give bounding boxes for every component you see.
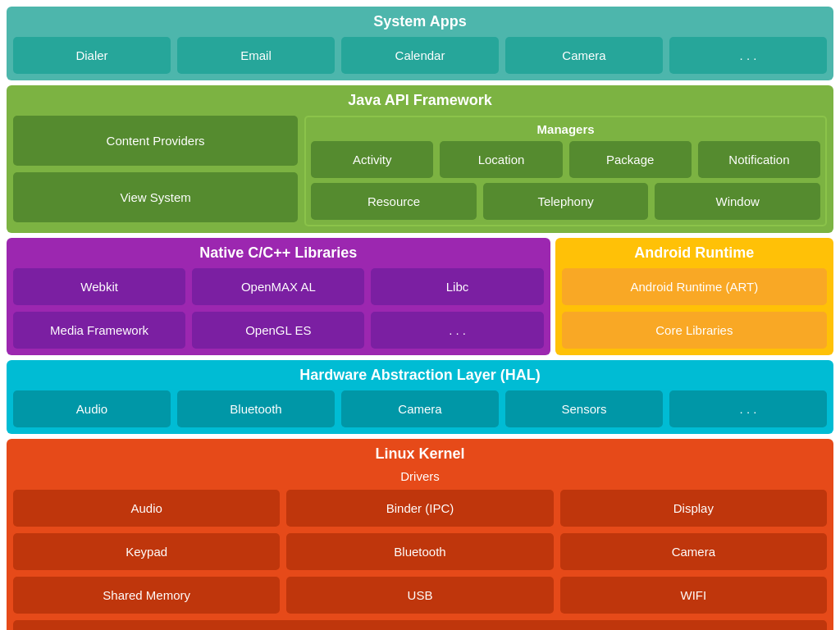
item-hal-bluetooth: Bluetooth <box>177 390 335 427</box>
item-location: Location <box>440 141 562 178</box>
managers-title: Managers <box>311 122 820 136</box>
item-dialer: Dialer <box>13 37 171 74</box>
native-title: Native C/C++ Libraries <box>13 244 544 262</box>
item-hal-audio: Audio <box>13 390 171 427</box>
item-window: Window <box>655 183 820 220</box>
item-art: Android Runtime (ART) <box>562 268 827 305</box>
item-openmax: OpenMAX AL <box>192 268 364 305</box>
java-api-title: Java API Framework <box>13 92 827 109</box>
layer-linux: Linux Kernel Drivers Audio Binder (IPC) … <box>7 439 833 630</box>
native-row1: Webkit OpenMAX AL Libc <box>13 268 544 305</box>
hal-items: Audio Bluetooth Camera Sensors . . . <box>13 390 827 427</box>
item-hal-sensors: Sensors <box>505 390 663 427</box>
item-camera: Camera <box>505 37 663 74</box>
layer-system-apps: System Apps Dialer Email Calendar Camera… <box>7 7 833 80</box>
item-webkit: Webkit <box>13 268 185 305</box>
item-shared-memory: Shared Memory <box>13 577 280 614</box>
item-notification: Notification <box>698 141 820 178</box>
item-content-providers: Content Providers <box>13 116 298 166</box>
item-hal-camera: Camera <box>341 390 499 427</box>
native-row2: Media Framework OpenGL ES . . . <box>13 312 544 349</box>
item-native-more: . . . <box>371 312 543 349</box>
hal-title: Hardware Abstraction Layer (HAL) <box>13 367 827 384</box>
java-api-left: Content Providers View System <box>13 116 298 226</box>
linux-title: Linux Kernel <box>13 445 827 463</box>
item-usb: USB <box>286 577 553 614</box>
item-linux-bluetooth: Bluetooth <box>286 533 553 570</box>
item-opengl: OpenGL ES <box>192 312 364 349</box>
runtime-items: Android Runtime (ART) Core Libraries <box>562 268 827 349</box>
system-apps-title: System Apps <box>13 13 827 30</box>
item-more: . . . <box>669 37 827 74</box>
item-view-system: View System <box>13 172 298 222</box>
layer-hal: Hardware Abstraction Layer (HAL) Audio B… <box>7 360 833 434</box>
item-linux-audio: Audio <box>13 490 280 527</box>
linux-row3: Shared Memory USB WIFI <box>13 577 827 614</box>
managers-row1: Activity Location Package Notification <box>311 141 820 178</box>
item-email: Email <box>177 37 335 74</box>
drivers-title: Drivers <box>400 469 440 483</box>
layer-native: Native C/C++ Libraries Webkit OpenMAX AL… <box>7 238 550 355</box>
power-management-bar: Power Management <box>13 620 827 630</box>
native-runtime-row: Native C/C++ Libraries Webkit OpenMAX AL… <box>7 238 833 355</box>
item-wifi: WIFI <box>560 577 827 614</box>
layer-java-api: Java API Framework Content Providers Vie… <box>7 85 833 233</box>
linux-row1: Audio Binder (IPC) Display <box>13 490 827 527</box>
java-api-managers: Managers Activity Location Package Notif… <box>304 116 827 226</box>
item-libc: Libc <box>371 268 543 305</box>
item-package: Package <box>569 141 692 178</box>
item-resource: Resource <box>311 183 477 220</box>
item-keypad: Keypad <box>13 533 280 570</box>
item-binder: Binder (IPC) <box>286 490 553 527</box>
item-core-libraries: Core Libraries <box>562 312 827 349</box>
managers-row2: Resource Telephony Window <box>311 183 820 220</box>
item-telephony: Telephony <box>483 183 649 220</box>
item-calendar: Calendar <box>341 37 499 74</box>
item-media-framework: Media Framework <box>13 312 185 349</box>
item-activity: Activity <box>311 141 433 178</box>
java-api-content: Content Providers View System Managers A… <box>13 116 827 226</box>
layer-android-runtime: Android Runtime Android Runtime (ART) Co… <box>555 238 833 355</box>
android-runtime-title: Android Runtime <box>562 244 827 262</box>
architecture-diagram: System Apps Dialer Email Calendar Camera… <box>7 7 833 630</box>
item-linux-camera: Camera <box>560 533 827 570</box>
item-display: Display <box>560 490 827 527</box>
linux-row2: Keypad Bluetooth Camera <box>13 533 827 570</box>
system-apps-items: Dialer Email Calendar Camera . . . <box>13 37 827 74</box>
item-hal-more: . . . <box>669 390 827 427</box>
